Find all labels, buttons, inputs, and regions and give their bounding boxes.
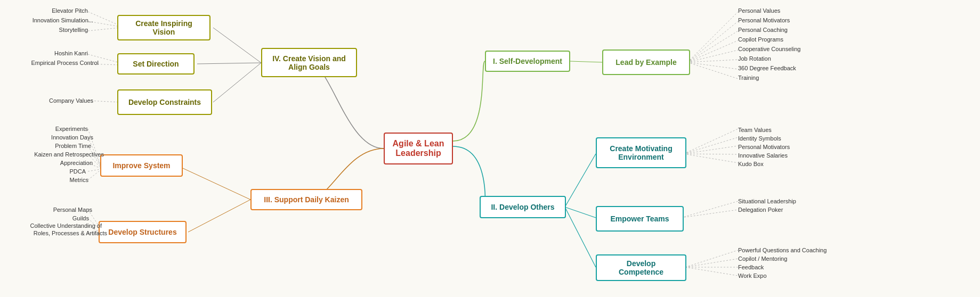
leaf-collective2: Roles, Processes & Artifacts — [34, 230, 107, 236]
leaf-experiments: Experiments — [55, 126, 88, 132]
node-iii: III. Support Daily Kaizen — [250, 189, 362, 210]
leaf-collective1: Collective Understanding of — [30, 222, 102, 229]
svg-line-1 — [197, 63, 261, 64]
leaf-delegation-poker: Delegation Poker — [738, 207, 783, 213]
leaf-feedback: Feedback — [738, 264, 764, 270]
leaf-innovative-salaries: Innovative Salaries — [738, 152, 788, 159]
leaf-personal-values: Personal Values — [738, 7, 780, 14]
leaf-personal-motivators1: Personal Motivators — [738, 17, 790, 23]
node-self-dev: I. Self-Development — [485, 51, 570, 72]
node-motivate: Create MotivatingEnvironment — [596, 137, 686, 168]
leaf-work-expo: Work Expo — [738, 273, 767, 279]
svg-line-38 — [684, 154, 738, 163]
node-competence: Develop Competence — [596, 254, 686, 281]
leaf-innovation-sim: Innovation Simulation... — [33, 17, 93, 23]
svg-line-32 — [565, 207, 596, 218]
node-iv-label: IV. Create Vision andAlign Goals — [272, 54, 346, 71]
node-competence-label: Develop Competence — [603, 259, 679, 276]
node-empower-label: Empower Teams — [610, 214, 669, 223]
leaf-personal-coaching: Personal Coaching — [738, 27, 788, 33]
leaf-personal-maps: Personal Maps — [53, 207, 92, 213]
svg-line-23 — [687, 12, 738, 62]
svg-line-28 — [687, 60, 738, 62]
svg-line-26 — [687, 40, 738, 62]
node-direction: Set Direction — [117, 53, 195, 75]
leaf-metrics: Metrics — [70, 177, 88, 183]
leaf-team-values: Team Values — [738, 127, 772, 133]
svg-line-2 — [213, 63, 261, 102]
node-structures-label: Develop Structures — [108, 228, 176, 236]
node-structures: Develop Structures — [99, 221, 187, 243]
svg-line-41 — [685, 250, 738, 267]
node-iii-label: III. Support Daily Kaizen — [264, 195, 349, 204]
svg-line-25 — [687, 31, 738, 62]
leaf-job-rotation: Job Rotation — [738, 55, 771, 62]
leaf-company-values: Company Values — [49, 97, 93, 104]
mind-map: Agile & Lean Leadership IV. Create Visio… — [0, 0, 980, 297]
svg-line-16 — [88, 169, 100, 171]
svg-line-30 — [687, 62, 738, 79]
node-empower: Empower Teams — [596, 206, 684, 232]
svg-line-29 — [687, 62, 738, 69]
node-constraints-label: Develop Constraints — [128, 98, 201, 106]
svg-line-33 — [565, 207, 596, 267]
svg-line-17 — [88, 170, 100, 180]
leaf-pdca: PDCA — [69, 168, 86, 175]
svg-line-27 — [687, 50, 738, 62]
svg-line-3 — [183, 168, 250, 200]
svg-line-7 — [88, 28, 120, 31]
svg-line-42 — [685, 259, 738, 267]
svg-line-4 — [188, 200, 250, 232]
node-direction-label: Set Direction — [133, 60, 179, 68]
leaf-storytelling: Storytelling — [59, 27, 88, 33]
svg-line-39 — [681, 201, 738, 218]
svg-line-31 — [565, 154, 596, 207]
node-self-dev-label: I. Self-Development — [493, 57, 562, 65]
leaf-cooperative: Cooperative Counseling — [738, 46, 800, 52]
node-develop-others-label: II. Develop Others — [491, 203, 554, 211]
node-develop-others: II. Develop Others — [480, 196, 566, 218]
node-lead-example-label: Lead by Example — [615, 58, 676, 67]
svg-line-24 — [687, 21, 738, 62]
leaf-training: Training — [738, 75, 759, 81]
leaf-guilds: Guilds — [72, 215, 89, 221]
leaf-powerful-questions: Powerful Questions and Coaching — [738, 247, 827, 253]
node-vision: Create Inspiring Vision — [117, 15, 210, 40]
leaf-elevator-pitch: Elevator Pitch — [52, 7, 88, 14]
leaf-copilot-programs: Copilot Programs — [738, 36, 783, 43]
svg-line-37 — [684, 154, 738, 154]
leaf-identity-symbols: Identity Symbols — [738, 135, 781, 142]
leaf-empirical: Empirical Process Control — [31, 60, 99, 66]
svg-line-0 — [213, 28, 261, 63]
leaf-situational: Situational Leadership — [738, 198, 796, 204]
node-constraints: Develop Constraints — [117, 89, 212, 115]
center-label: Agile & Lean Leadership — [392, 139, 444, 158]
svg-line-40 — [681, 210, 738, 218]
leaf-360-feedback: 360 Degree Feedback — [738, 65, 796, 71]
leaf-kaizen: Kaizen and Retrospectives — [34, 151, 104, 158]
svg-line-22 — [570, 61, 602, 62]
node-improve: Improve System — [100, 154, 183, 177]
leaf-copilot-mentoring: Copilot / Mentoring — [738, 255, 787, 262]
node-lead-example: Lead by Example — [602, 50, 690, 75]
svg-line-35 — [684, 137, 738, 154]
leaf-hoshin: Hoshin Kanri — [54, 50, 88, 56]
leaf-kudo-box: Kudo Box — [738, 161, 764, 167]
leaf-innovation-days: Innovation Days — [51, 134, 93, 141]
leaf-personal-motivators2: Personal Motivators — [738, 144, 790, 150]
node-vision-label: Create Inspiring Vision — [125, 19, 203, 36]
node-motivate-label: Create MotivatingEnvironment — [610, 144, 672, 161]
node-iv: IV. Create Vision andAlign Goals — [261, 48, 357, 77]
connections-svg — [0, 0, 980, 297]
node-improve-label: Improve System — [112, 161, 170, 170]
center-node: Agile & Lean Leadership — [384, 133, 453, 164]
svg-line-34 — [684, 129, 738, 154]
leaf-problem-time: Problem Time — [55, 143, 91, 149]
leaf-appreciation: Appreciation — [60, 160, 93, 166]
svg-line-36 — [684, 146, 738, 154]
svg-line-44 — [685, 267, 738, 276]
